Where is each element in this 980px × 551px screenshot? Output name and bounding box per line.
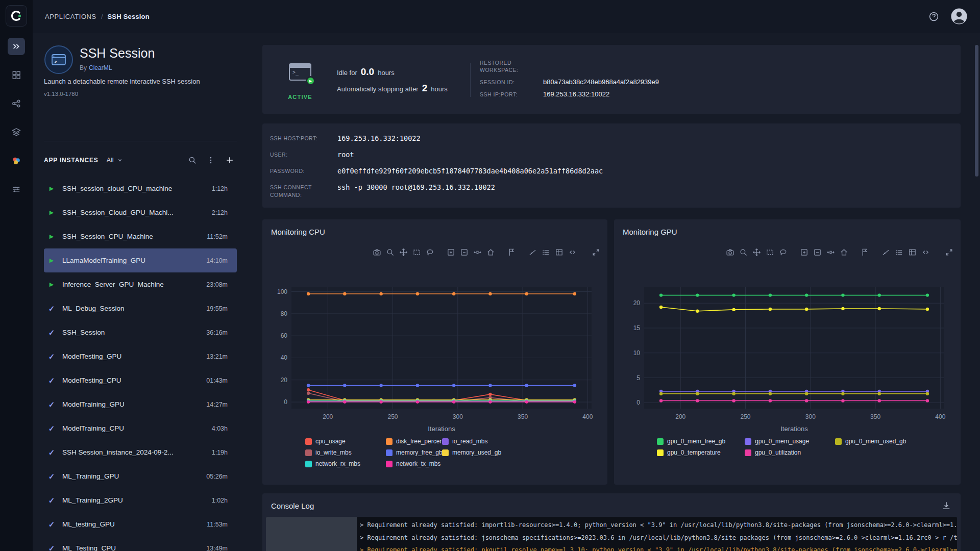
field-label: SSH CONNECT COMMAND: <box>270 184 331 199</box>
instance-runtime: 01:43m <box>201 377 228 384</box>
instance-runtime: 1:19h <box>207 449 228 456</box>
lasso-icon[interactable] <box>779 248 788 257</box>
zoom-icon[interactable] <box>739 248 748 257</box>
instance-row[interactable]: ✓ML_Training_2GPU1:02h <box>44 488 237 512</box>
reset-axes-icon[interactable] <box>486 248 495 257</box>
embed-code-icon[interactable] <box>921 248 930 257</box>
list-view-icon[interactable] <box>895 248 903 257</box>
app-description: Launch a detachable remote interactive S… <box>44 78 200 85</box>
camera-icon[interactable] <box>726 248 734 257</box>
scrollbar-thumb[interactable] <box>975 45 978 177</box>
autoscale-icon[interactable] <box>826 248 835 257</box>
legend-item[interactable]: gpu_0_mem_used_gb <box>835 438 961 445</box>
monitoring-cpu-card: Monitoring CPU 0204060801002002503003504… <box>262 219 607 485</box>
legend-item[interactable]: gpu_0_mem_usage <box>745 438 835 445</box>
legend-item[interactable]: disk_free_percent <box>386 438 442 445</box>
legend-item[interactable]: gpu_0_temperature <box>657 449 745 456</box>
cpu-plot[interactable]: 020406080100200250300350400Iterations <box>271 282 598 435</box>
add-instance-icon[interactable] <box>225 155 235 165</box>
sidebar-item-projects[interactable] <box>8 66 25 84</box>
pan-icon[interactable] <box>752 248 761 257</box>
instance-row[interactable]: ✓ModelTraining_CPU4:03h <box>44 416 237 440</box>
maximize-icon[interactable] <box>592 248 600 257</box>
instance-row[interactable]: ✓ModelTraining_GPU14:27m <box>44 392 237 416</box>
instance-row[interactable]: ▶SSH_Session_CPU_Machine11:52m <box>44 224 237 248</box>
table-view-icon[interactable] <box>908 248 917 257</box>
byline-brand-link[interactable]: ClearML <box>89 64 112 71</box>
camera-icon[interactable] <box>373 248 381 257</box>
pan-icon[interactable] <box>399 248 408 257</box>
instance-name: ML_Testing_CPU <box>62 544 116 551</box>
legend-item[interactable]: io_write_mbs <box>305 449 386 456</box>
sidebar-item-applications[interactable] <box>8 38 25 55</box>
instance-row[interactable]: ▶Inference_Server_GPU_Machine23:08m <box>44 272 237 296</box>
instance-name: SSH_Session_CPU_Machine <box>62 233 153 240</box>
gpu-plot[interactable]: 05101520200250300350400Iterations <box>624 282 950 435</box>
spike-lines-icon[interactable] <box>861 248 869 257</box>
instance-runtime: 19:55m <box>201 305 228 312</box>
clearml-logo[interactable] <box>6 5 27 27</box>
zoom-in-icon[interactable] <box>800 248 808 257</box>
nav-rail <box>0 0 33 551</box>
instance-row[interactable]: ✓ML_Training_GPU05:26m <box>44 464 237 488</box>
legend-item[interactable]: io_read_mbs <box>442 438 607 445</box>
instance-row[interactable]: ✓SSH_Session36:16m <box>44 320 237 344</box>
legend-swatch <box>386 449 393 456</box>
instance-row[interactable]: ✓ModelTesting_CPU01:43m <box>44 368 237 392</box>
hover-mode-icon[interactable] <box>881 248 890 257</box>
legend-item[interactable]: gpu_0_mem_free_gb <box>657 438 745 445</box>
svg-text:400: 400 <box>935 413 945 420</box>
user-avatar[interactable] <box>950 8 968 25</box>
idle-hours-value: 0.0 <box>361 66 374 78</box>
sidebar-item-reports[interactable] <box>8 152 25 169</box>
instance-row[interactable]: ✓ML_testing_GPU11:53m <box>44 512 237 536</box>
page-title: SSH Session <box>80 46 155 61</box>
breadcrumb-separator: / <box>101 13 103 20</box>
svg-text:Iterations: Iterations <box>428 425 455 433</box>
zoom-in-icon[interactable] <box>447 248 455 257</box>
zoom-out-icon[interactable] <box>813 248 822 257</box>
legend-item[interactable]: network_rx_mbs <box>305 460 386 467</box>
help-icon[interactable] <box>928 11 939 22</box>
svg-text:0: 0 <box>284 398 287 406</box>
legend-swatch <box>386 438 393 445</box>
instance-row[interactable]: ▶LLamaModelTraining_GPU14:10m <box>44 248 237 272</box>
box-select-icon[interactable] <box>766 248 774 257</box>
search-icon[interactable] <box>188 156 197 165</box>
sidebar-item-workers-queues[interactable] <box>8 181 25 198</box>
svg-text:400: 400 <box>582 413 593 420</box>
spike-lines-icon[interactable] <box>507 248 516 257</box>
chevron-down-icon <box>116 157 124 164</box>
reset-axes-icon[interactable] <box>840 248 848 257</box>
maximize-icon[interactable] <box>945 248 953 257</box>
instance-row[interactable]: ✓SSH Session_instance_2024-09-2...1:19h <box>44 440 237 464</box>
legend-item[interactable]: cpu_usage <box>305 438 386 445</box>
instance-row[interactable]: ✓ML_Debug_Session19:55m <box>44 296 237 320</box>
zoom-out-icon[interactable] <box>460 248 469 257</box>
instance-row[interactable]: ✓ML_Testing_CPU13:49m <box>44 536 237 551</box>
download-log-icon[interactable] <box>941 500 951 511</box>
console-body[interactable]: > Requirement already satisfied: importl… <box>266 517 957 551</box>
breadcrumb-applications[interactable]: APPLICATIONS <box>45 13 96 20</box>
legend-item[interactable]: gpu_0_utilization <box>745 449 835 456</box>
autoscale-icon[interactable] <box>473 248 482 257</box>
instance-row[interactable]: ▶SSH_Session_Cloud_GPU_Machi...2:12h <box>44 201 237 224</box>
check-icon: ✓ <box>47 520 56 529</box>
list-view-icon[interactable] <box>542 248 550 257</box>
legend-item[interactable]: network_tx_mbs <box>386 460 442 467</box>
embed-code-icon[interactable] <box>568 248 577 257</box>
instance-row[interactable]: ✓ModelTesting_GPU13:21m <box>44 344 237 368</box>
legend-item[interactable]: memory_used_gb <box>442 449 607 456</box>
legend-item[interactable]: memory_free_gb <box>386 449 442 456</box>
lasso-icon[interactable] <box>426 248 434 257</box>
zoom-icon[interactable] <box>386 248 395 257</box>
box-select-icon[interactable] <box>412 248 421 257</box>
kebab-menu-icon[interactable] <box>206 156 215 165</box>
table-view-icon[interactable] <box>555 248 564 257</box>
instance-name: SSH_Session <box>62 329 105 336</box>
instances-filter-dropdown[interactable]: All <box>107 157 124 164</box>
sidebar-item-pipelines[interactable] <box>8 95 25 112</box>
hover-mode-icon[interactable] <box>528 248 537 257</box>
instance-row[interactable]: ▶SSH_session_cloud_CPU_machine1:12h <box>44 177 237 201</box>
sidebar-item-datasets[interactable] <box>8 123 25 141</box>
